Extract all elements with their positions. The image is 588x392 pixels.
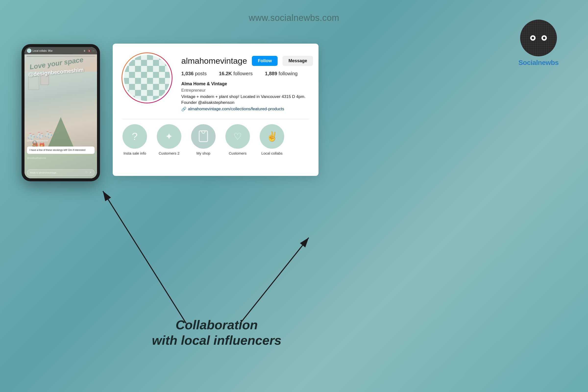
- ig-highlight-circle-4[interactable]: ✌: [260, 124, 284, 149]
- ig-posts-label: posts: [195, 71, 207, 76]
- ig-followers-label: followers: [233, 71, 252, 76]
- story-reply-text: Reply to almahomevintage...: [30, 172, 58, 174]
- ig-highlight-circle-3[interactable]: ♡: [226, 124, 250, 149]
- arrow-to-phone: [103, 191, 186, 324]
- svg-rect-10: [123, 66, 129, 72]
- ig-highlight-icon-4: ✌: [266, 131, 278, 142]
- svg-rect-32: [153, 96, 159, 102]
- ig-bio-desc: Vintage + modern + plant shop! Located i…: [181, 94, 313, 106]
- ig-avatar-border: [122, 53, 172, 103]
- ig-link-text[interactable]: almahomevintage.com/collections/featured…: [188, 106, 284, 112]
- logo-text: Socialnewbs: [518, 59, 558, 67]
- phone-pause-icon[interactable]: ⏸: [83, 50, 86, 52]
- ig-follow-button[interactable]: Follow: [252, 56, 278, 66]
- ig-highlight-label-1: Customers 2: [158, 151, 179, 155]
- svg-rect-7: [141, 60, 147, 66]
- ig-highlight-local-collabs[interactable]: ✌ Local collabs: [260, 124, 284, 155]
- ig-highlight-customers[interactable]: ♡ Customers: [226, 124, 250, 155]
- svg-rect-28: [147, 90, 153, 96]
- ig-posts-stat: 1,036 posts: [181, 71, 206, 76]
- story-reply-icons: ♡ ↗: [85, 171, 92, 174]
- ig-highlight-icon-1: ✦: [165, 131, 173, 142]
- svg-rect-34: [199, 131, 208, 142]
- story-handle2: @noelbyalmahome: [27, 157, 46, 159]
- ig-display-name: Alma Home & Vintage: [181, 81, 313, 86]
- ig-highlight-label-2: My shop: [196, 151, 210, 155]
- logo-eye-right: [542, 35, 547, 41]
- logo-icon: [520, 20, 557, 56]
- story-heart-icon[interactable]: ♡: [85, 171, 88, 174]
- collab-annotation: Collaboration with local influencers: [152, 317, 282, 348]
- story-art1: [28, 76, 39, 90]
- collab-line2: with local influencers: [152, 333, 282, 348]
- svg-rect-2: [123, 54, 129, 60]
- ig-highlight-label-0: Insta sale info: [124, 151, 146, 155]
- ig-highlight-label-4: Local collabs: [262, 151, 283, 155]
- svg-rect-31: [141, 96, 147, 102]
- svg-rect-14: [129, 72, 135, 78]
- ig-following-label: following: [278, 71, 298, 76]
- ig-bio-link[interactable]: 🔗 almahomevintage.com/collections/featur…: [181, 106, 313, 112]
- logo-newbs: newbs: [538, 59, 558, 66]
- svg-rect-5: [159, 54, 165, 60]
- story-share-icon[interactable]: ↗: [89, 171, 92, 174]
- svg-rect-6: [129, 60, 135, 66]
- ig-stats: 1,036 posts 16.2K followers 1,889 follow…: [181, 71, 313, 76]
- phone-story-label: Local collabs: [32, 50, 47, 52]
- story-background: 🧦🧦🧦 🎁🎁 Love your space @designbecomeshim…: [24, 47, 97, 178]
- ig-highlight-insta-sale[interactable]: ? Insta sale info: [122, 124, 147, 155]
- ig-highlight-label-3: Customers: [229, 151, 247, 155]
- svg-rect-26: [123, 90, 129, 96]
- svg-rect-16: [153, 72, 159, 78]
- svg-rect-27: [135, 90, 141, 96]
- ig-shop-icon: [197, 130, 210, 142]
- svg-rect-29: [159, 90, 165, 96]
- logo-pupil-right: [543, 37, 545, 39]
- svg-rect-23: [141, 84, 147, 90]
- ig-username: almahomevintage: [181, 56, 247, 66]
- site-url: www.socialnewbs.com: [249, 13, 339, 23]
- ig-info: almahomevintage Follow Message 1,036 pos…: [181, 54, 313, 112]
- ig-highlight-customers2[interactable]: ✦ Customers 2: [157, 124, 181, 155]
- svg-rect-19: [135, 78, 141, 84]
- ig-avatar-container: [122, 54, 172, 102]
- ig-highlight-circle-0[interactable]: ?: [122, 124, 147, 149]
- ig-highlight-circle-2[interactable]: [191, 124, 216, 149]
- svg-rect-3: [135, 54, 141, 60]
- phone-story-time: 96w: [48, 50, 52, 52]
- svg-rect-11: [135, 66, 141, 72]
- phone-controls[interactable]: ⏸ 🔇 ···: [83, 50, 94, 52]
- ig-posts-count: 1,036: [181, 71, 194, 76]
- ig-avatar-img: [123, 54, 171, 102]
- ig-highlight-circle-1[interactable]: ✦: [157, 124, 181, 149]
- ig-avatar-svg: [123, 54, 171, 102]
- svg-rect-18: [123, 78, 129, 84]
- phone-screen: Local collabs 96w ⏸ 🔇 ··· 🧦🧦🧦: [24, 47, 97, 178]
- ig-username-row: almahomevintage Follow Message: [181, 56, 313, 66]
- svg-rect-24: [153, 84, 159, 90]
- ig-followers-stat: 16.2K followers: [219, 71, 252, 76]
- ig-highlight-my-shop[interactable]: My shop: [191, 124, 216, 155]
- collab-line1: Collaboration: [152, 317, 282, 332]
- logo-area: Socialnewbs: [518, 20, 558, 67]
- ig-link-icon: 🔗: [181, 106, 186, 112]
- svg-rect-15: [141, 72, 147, 78]
- phone-avatar-small: [27, 48, 31, 53]
- logo-eyes: [530, 35, 547, 41]
- ig-highlight-icon-0: ?: [132, 130, 138, 142]
- phone-sound-icon[interactable]: 🔇: [88, 50, 91, 52]
- svg-rect-22: [129, 84, 135, 90]
- svg-rect-4: [147, 54, 153, 60]
- phone-more-icon[interactable]: ···: [92, 50, 94, 52]
- svg-rect-13: [159, 66, 165, 72]
- svg-rect-12: [147, 66, 153, 72]
- ig-highlight-icon-3: ♡: [234, 131, 242, 142]
- phone-mockup: Local collabs 96w ⏸ 🔇 ··· 🧦🧦🧦: [22, 44, 100, 181]
- svg-rect-21: [159, 78, 165, 84]
- ig-header: almahomevintage Follow Message 1,036 pos…: [122, 54, 309, 112]
- story-reply-bar[interactable]: Reply to almahomevintage... ♡ ↗: [27, 169, 94, 176]
- svg-rect-9: [165, 60, 171, 66]
- ig-message-button[interactable]: Message: [282, 56, 313, 66]
- svg-rect-17: [165, 72, 171, 78]
- story-handle-bottom: @designbecomeshim: [27, 140, 48, 142]
